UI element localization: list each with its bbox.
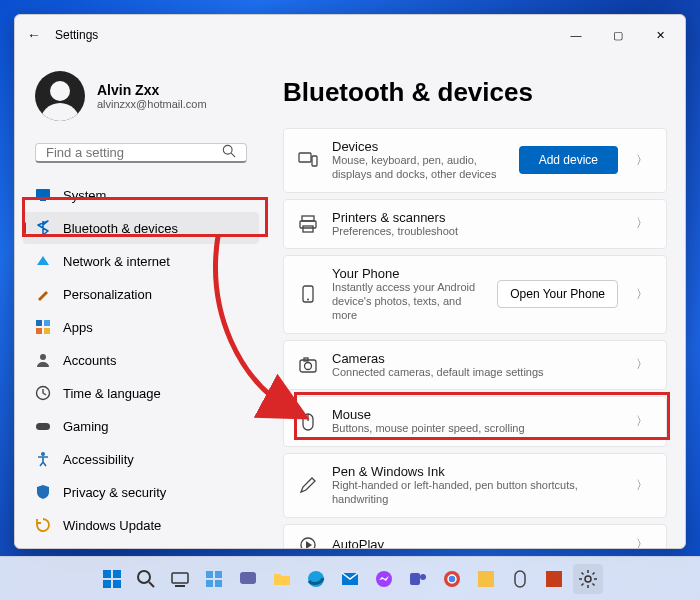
back-button[interactable]: ← [19,27,49,43]
svg-rect-19 [300,360,316,372]
taskbar-mail[interactable] [335,564,365,594]
svg-rect-10 [36,423,50,430]
sidebar-item-privacy-security[interactable]: Privacy & security [23,476,259,508]
close-button[interactable]: ✕ [639,20,681,50]
svg-rect-37 [240,572,256,584]
svg-point-50 [585,576,591,582]
card-action-add-device[interactable]: Add device [519,146,618,174]
svg-rect-6 [36,328,42,334]
sidebar-item-system[interactable]: System [23,179,259,211]
svg-rect-36 [215,580,222,587]
taskbar-widgets[interactable] [199,564,229,594]
sidebar-item-label: Time & language [63,386,161,401]
svg-line-58 [593,572,595,574]
taskbar-taskview[interactable] [165,564,195,594]
taskbar-messenger[interactable] [369,564,399,594]
sidebar-item-label: Apps [63,320,93,335]
sidebar-item-label: Personalization [63,287,152,302]
search-box[interactable] [35,143,247,163]
card-desc: Right-handed or left-handed, pen button … [332,479,604,507]
sidebar-item-time-language[interactable]: Time & language [23,377,259,409]
brush-icon [35,286,51,302]
svg-rect-7 [44,328,50,334]
svg-rect-35 [206,580,213,587]
person-icon [35,352,51,368]
display-icon [35,187,51,203]
sidebar-item-label: Network & internet [63,254,170,269]
accessibility-icon [35,451,51,467]
profile-block[interactable]: Alvin Zxx alvinzxx@hotmail.com [23,63,259,137]
taskbar-mouse-settings[interactable] [505,564,535,594]
card-action-open-your-phone[interactable]: Open Your Phone [497,280,618,308]
search-input[interactable] [46,145,222,160]
autoplay-icon [298,535,318,549]
clock-icon [35,385,51,401]
gamepad-icon [35,418,51,434]
card-desc: Connected cameras, default image setting… [332,366,604,380]
mouse-icon [298,412,318,432]
chevron-right-icon: 〉 [632,215,652,232]
card-title: Printers & scanners [332,210,604,225]
card-title: Pen & Windows Ink [332,464,604,479]
sidebar-item-label: System [63,188,106,203]
taskbar-vscode[interactable] [471,564,501,594]
taskbar-teams[interactable] [403,564,433,594]
app-title: Settings [55,28,98,42]
taskbar-search[interactable] [131,564,161,594]
taskbar-edge[interactable] [301,564,331,594]
taskbar-start[interactable] [97,564,127,594]
printer-icon [298,214,318,234]
chevron-right-icon: 〉 [632,413,652,430]
card-title: Devices [332,139,505,154]
svg-point-11 [41,452,45,456]
camera-icon [298,355,318,375]
sidebar-item-bluetooth-devices[interactable]: Bluetooth & devices [23,212,259,244]
profile-name: Alvin Zxx [97,82,207,98]
chevron-right-icon: 〉 [632,286,652,303]
taskbar-explorer[interactable] [267,564,297,594]
card-printers-scanners[interactable]: Printers & scannersPreferences, troubles… [283,199,667,250]
sidebar-item-network-internet[interactable]: Network & internet [23,245,259,277]
taskbar-chat[interactable] [233,564,263,594]
svg-point-43 [420,574,426,580]
sidebar-item-accounts[interactable]: Accounts [23,344,259,376]
maximize-button[interactable]: ▢ [597,20,639,50]
card-desc: Mouse, keyboard, pen, audio, displays an… [332,154,505,182]
sidebar-item-gaming[interactable]: Gaming [23,410,259,442]
sidebar-item-label: Bluetooth & devices [63,221,178,236]
card-mouse[interactable]: MouseButtons, mouse pointer speed, scrol… [283,396,667,447]
taskbar-chrome[interactable] [437,564,467,594]
svg-rect-47 [478,571,494,587]
main-panel: Bluetooth & devices DevicesMouse, keyboa… [265,55,685,548]
profile-email: alvinzxx@hotmail.com [97,98,207,110]
card-devices[interactable]: DevicesMouse, keyboard, pen, audio, disp… [283,128,667,193]
svg-rect-13 [312,156,317,166]
sidebar-item-windows-update[interactable]: Windows Update [23,509,259,541]
taskbar-settings[interactable] [573,564,603,594]
sidebar-item-accessibility[interactable]: Accessibility [23,443,259,475]
svg-rect-34 [215,571,222,578]
wifi-icon [35,253,51,269]
chevron-right-icon: 〉 [632,477,652,494]
bluetooth-icon [35,220,51,236]
svg-rect-33 [206,571,213,578]
svg-rect-42 [410,573,420,585]
card-autoplay[interactable]: AutoPlay〉 [283,524,667,549]
sidebar-item-label: Privacy & security [63,485,166,500]
sidebar-item-label: Accessibility [63,452,134,467]
svg-rect-49 [546,571,562,587]
taskbar-word[interactable] [539,564,569,594]
sidebar-item-label: Accounts [63,353,116,368]
search-icon [222,144,236,161]
sidebar-item-personalization[interactable]: Personalization [23,278,259,310]
card-cameras[interactable]: CamerasConnected cameras, default image … [283,340,667,391]
card-pen-windows-ink[interactable]: Pen & Windows InkRight-handed or left-ha… [283,453,667,518]
svg-rect-4 [36,320,42,326]
shield-icon [35,484,51,500]
minimize-button[interactable]: — [555,20,597,50]
card-your-phone[interactable]: Your PhoneInstantly access your Android … [283,255,667,333]
titlebar: ← Settings — ▢ ✕ [15,15,685,55]
svg-point-8 [40,354,46,360]
svg-rect-12 [299,153,311,162]
sidebar-item-apps[interactable]: Apps [23,311,259,343]
